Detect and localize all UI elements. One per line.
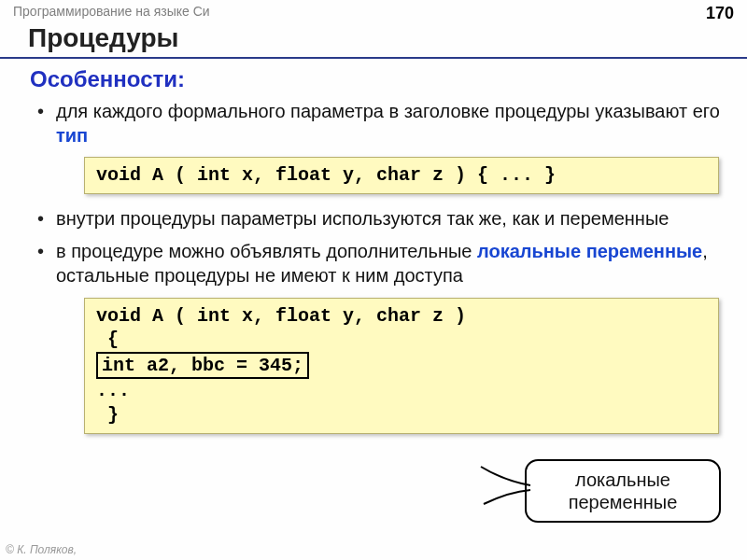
code-line: ... (96, 380, 130, 401)
code-example-2: void A ( int x, float y, char z ) { int … (84, 298, 719, 434)
bullet-text: для каждого формального параметра в заго… (56, 101, 720, 121)
callout-bubble: локальные переменные (525, 459, 721, 523)
bullet-text: в процедуре можно объявлять дополнительн… (56, 241, 477, 261)
section-subtitle: Особенности: (30, 66, 728, 92)
title-divider (0, 57, 747, 59)
course-name: Программирование на языке Си (13, 4, 210, 23)
code-line: { (96, 329, 119, 350)
code-example-1: void A ( int x, float y, char z ) { ... … (84, 157, 719, 194)
code-line: void A ( int x, float y, char z ) (96, 305, 466, 327)
list-item: для каждого формального параметра в заго… (56, 100, 728, 194)
list-item: внутри процедуры параметры используются … (56, 207, 728, 231)
keyword-type: тип (56, 125, 88, 146)
highlighted-declaration: int a2, bbc = 345; (96, 352, 309, 380)
bullet-text: внутри процедуры параметры используются … (56, 208, 669, 229)
code-line: } (96, 404, 119, 426)
callout-tail-icon (476, 462, 542, 509)
callout-text: локальные переменные (527, 469, 719, 513)
feature-list: для каждого формального параметра в заго… (30, 100, 728, 434)
copyright-text: © К. Поляков, (6, 543, 77, 556)
page-number: 170 (706, 4, 734, 23)
slide-title: Процедуры (0, 23, 747, 55)
keyword-local-vars: локальные переменные (477, 241, 702, 261)
list-item: в процедуре можно объявлять дополнительн… (56, 240, 728, 433)
